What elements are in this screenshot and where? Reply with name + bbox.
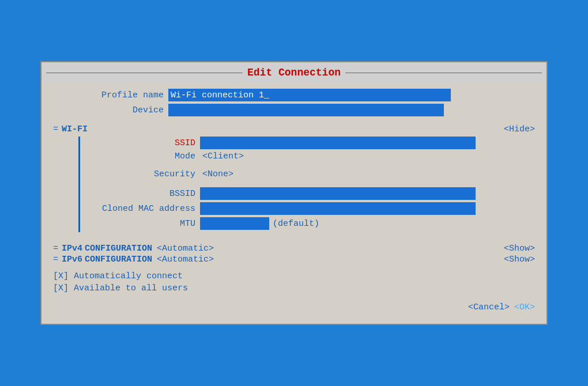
wifi-hide-button[interactable]: <Hide>	[504, 124, 535, 134]
cloned-mac-label: Cloned MAC address	[85, 204, 200, 214]
title-bar-line-right	[345, 73, 542, 73]
bssid-input[interactable]	[200, 187, 476, 200]
ipv6-section: = IPv6 CONFIGURATION <Automatic> <Show>	[53, 255, 535, 264]
wifi-header: = WI-FI <Hide>	[53, 124, 535, 134]
ssid-input[interactable]	[200, 137, 476, 149]
available-users-row: [X] Available to all users	[53, 283, 535, 293]
mtu-label: MTU	[85, 219, 200, 229]
security-value[interactable]: <None>	[200, 169, 233, 179]
ipv4-show-button[interactable]: <Show>	[504, 244, 535, 253]
bssid-row: BSSID	[80, 187, 535, 200]
content-area: Profile name Device = WI-FI <Hide> SSID	[42, 83, 546, 324]
device-row: Device	[53, 104, 535, 116]
ipv4-value[interactable]: <Automatic>	[154, 244, 214, 253]
ipv4-section: = IPv4 CONFIGURATION <Automatic> <Show>	[53, 244, 535, 253]
available-users-text[interactable]: [X] Available to all users	[53, 283, 188, 293]
profile-name-row: Profile name	[53, 89, 535, 101]
window-title: Edit Connection	[247, 67, 341, 78]
bssid-label: BSSID	[85, 189, 200, 199]
security-row: Security <None>	[80, 169, 535, 179]
auto-connect-row: [X] Automatically connect	[53, 271, 535, 281]
mode-row: Mode <Client>	[80, 152, 535, 161]
ssid-label: SSID	[85, 138, 200, 148]
device-label: Device	[53, 105, 168, 115]
cancel-button[interactable]: <Cancel>	[468, 302, 510, 312]
wifi-section-title: WI-FI	[62, 124, 88, 134]
profile-name-input[interactable]	[168, 89, 451, 101]
security-label: Security	[85, 169, 200, 179]
title-bar-line-left	[46, 73, 243, 73]
bottom-buttons: <Cancel> <OK>	[53, 302, 535, 312]
mtu-input[interactable]	[200, 217, 269, 230]
wifi-bracket-container: SSID Mode <Client> Security <None>	[78, 137, 535, 232]
ipv6-label: IPv6	[62, 255, 82, 264]
cloned-mac-row: Cloned MAC address	[80, 202, 535, 215]
mtu-row: MTU (default)	[80, 217, 535, 230]
ipv4-label: IPv4	[62, 244, 82, 253]
ipv6-value[interactable]: <Automatic>	[154, 255, 214, 264]
profile-name-label: Profile name	[53, 90, 168, 100]
ipv6-show-button[interactable]: <Show>	[504, 255, 535, 264]
ipv6-config-label: CONFIGURATION	[85, 255, 152, 264]
ipv4-config-label: CONFIGURATION	[85, 244, 152, 253]
mode-value[interactable]: <Client>	[200, 152, 244, 161]
title-bar: Edit Connection	[42, 62, 546, 83]
wifi-section: = WI-FI <Hide> SSID Mode <Client>	[53, 124, 535, 232]
ok-button[interactable]: <OK>	[514, 302, 535, 312]
wifi-fields: SSID Mode <Client> Security <None>	[80, 137, 535, 232]
mtu-default-text: (default)	[273, 219, 319, 229]
device-input[interactable]	[168, 104, 444, 116]
cloned-mac-input[interactable]	[200, 202, 476, 215]
wifi-equals: =	[53, 124, 58, 134]
auto-connect-text[interactable]: [X] Automatically connect	[53, 271, 183, 281]
ipv4-equals: =	[53, 244, 58, 253]
edit-connection-window: Edit Connection Profile name Device = WI…	[40, 61, 548, 325]
ipv6-equals: =	[53, 255, 58, 264]
mode-label: Mode	[85, 152, 200, 161]
ssid-row: SSID	[80, 137, 535, 149]
